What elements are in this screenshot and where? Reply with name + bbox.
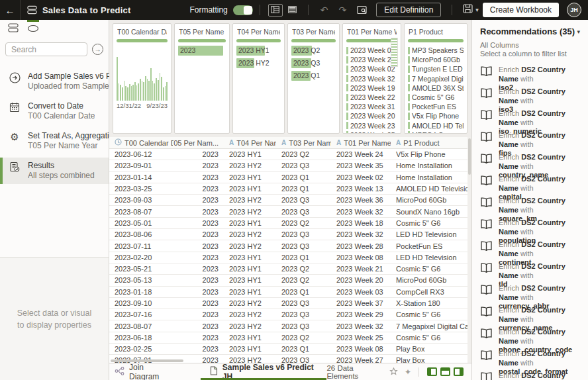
histogram-bar — [125, 86, 126, 101]
tab-data[interactable] — [4, 20, 23, 38]
recommendation-text: Enrich DS2 Country Name withiso2 — [499, 66, 580, 83]
table-row[interactable]: 2023-08-0620232023 HY22023 Q32023 Week 3… — [109, 229, 467, 240]
recommendation-item-4[interactable]: Enrich DS2 Country Name withfips — [480, 131, 580, 149]
edit-definition-button[interactable]: Edit Definition — [376, 3, 441, 17]
column-header-6[interactable]: AP1 Product — [391, 137, 467, 148]
tab-steps[interactable] — [24, 20, 42, 38]
table-cell: 2023 HY1 — [224, 218, 276, 228]
datetime-type-icon — [115, 138, 122, 147]
recommendation-line1: Enrich DS2 Country Name with — [499, 109, 580, 127]
recommendation-item-3[interactable]: Enrich DS2 Country Name withiso_numeric — [480, 109, 580, 127]
value-list-row: Cosmic 5" G6 — [408, 93, 464, 102]
table-row[interactable]: 2023-09-0320232023 HY22023 Q32023 Week 3… — [109, 195, 467, 206]
table-row[interactable]: 2023-02-2520232023 HY12023 Q12023 Week 0… — [109, 344, 467, 355]
toggle-right-panel-button[interactable] — [454, 367, 464, 376]
toggle-left-panel-button[interactable] — [427, 367, 437, 376]
save-menu-button[interactable]: ▾ — [463, 4, 479, 16]
card-scroll-indicator[interactable] — [391, 38, 398, 67]
sidebar-step-3[interactable]: ⚙Set Treat As, AggregationT05 Per Name Y… — [0, 128, 109, 154]
recommendation-item-8[interactable]: Enrich DS2 Country Name withpopulation — [480, 218, 580, 236]
undo-button[interactable]: ↶ — [320, 5, 328, 15]
column-card-3[interactable]: T04 Per Name ...2023 HY12023 HY2 — [232, 23, 285, 134]
table-cell: 7 Megapixel Digital Camera — [391, 320, 467, 331]
redo-button[interactable]: ↷ — [339, 5, 347, 15]
sidebar-tabs — [0, 20, 109, 38]
recommendation-item-10[interactable]: Enrich DS2 Country Name withtld — [480, 262, 580, 280]
column-card-5[interactable]: T01 Per Name Week2023 Week 012023 Week 2… — [342, 23, 401, 134]
sidebar-step-4[interactable]: ResultsAll steps combined — [0, 158, 109, 184]
table-row[interactable]: 2023-05-1320232023 HY12023 Q22023 Week 2… — [109, 275, 467, 286]
table-cell: 2023 Week 03 — [331, 287, 391, 297]
recommendation-item-1[interactable]: Enrich DS2 Country Name withiso2 — [480, 66, 580, 83]
table-cell: 2023-09-01 — [109, 160, 173, 171]
recommendation-item-6[interactable]: Enrich DS2 Country Name withcapital — [480, 175, 580, 193]
join-diagram-button[interactable]: Join Diagram — [115, 363, 172, 380]
table-cell: 2023-08-07 — [109, 320, 173, 331]
recommendation-item-2[interactable]: Enrich DS2 Country Name withiso3 — [480, 87, 580, 105]
recommendation-item-14[interactable]: Enrich DS2 Country Name withpostal_code_… — [480, 350, 580, 367]
recommendation-item-9[interactable]: Enrich DS2 Country Name withcontinent — [480, 240, 580, 258]
recommendation-item-15[interactable]: Enrich DS2 Country Name with — [480, 371, 580, 380]
recommendation-item-5[interactable]: Enrich DS2 Country Name withcountry_name — [480, 153, 580, 171]
recommendations-panel: Recommendations (35) ▾ All Columns Selec… — [471, 20, 588, 380]
table-cell: 2023 — [173, 344, 224, 354]
table-row[interactable]: 2023-02-2020232023 HY12023 Q12023 Week 0… — [109, 252, 467, 263]
value-list-row: V5x Flip Phone — [408, 111, 464, 120]
column-card-6[interactable]: P1 ProductMP3 Speakers SystemMicroPod 60… — [404, 23, 467, 134]
grid-view-button[interactable] — [268, 4, 283, 17]
table-row[interactable]: 2023-09-0120232023 HY22023 Q32023 Week 3… — [109, 160, 467, 171]
histogram-bar — [134, 82, 136, 101]
column-card-2[interactable]: T05 Per Name Y...2023 — [174, 23, 230, 134]
table-cell: 2023-01-14 — [109, 172, 173, 183]
horizontal-scrollbar[interactable] — [111, 359, 183, 362]
search-input[interactable] — [5, 42, 87, 56]
table-cell: 2023-09-03 — [109, 195, 173, 205]
column-card-4[interactable]: T03 Per Name Qtr2023 Q22023 Q32023 Q1 — [287, 23, 340, 134]
table-row[interactable]: 2023-05-0120232023 HY12023 Q22023 Week 1… — [109, 218, 467, 229]
recommendation-line1: Enrich DS2 Country Name with — [499, 262, 580, 280]
column-header-3[interactable]: AT04 Per Nam... — [224, 137, 276, 148]
table-row[interactable]: 2023-03-2520232023 HY12023 Q12023 Week 1… — [109, 183, 467, 195]
avatar[interactable]: JH — [567, 3, 581, 17]
create-workbook-button[interactable]: Create Workbook — [483, 3, 559, 17]
step-title: Set Treat As, Aggregation — [28, 131, 118, 141]
histogram-bar — [117, 57, 118, 101]
quality-badge-icon[interactable] — [389, 367, 398, 376]
table-row[interactable]: 2023-09-1020232023 HY22023 Q32023 Week 3… — [109, 298, 467, 309]
table-row[interactable]: 2023-01-1820232023 HY12023 Q12023 Week 0… — [109, 287, 467, 298]
toggle-top-panel-button[interactable] — [440, 367, 450, 376]
table-view-button[interactable] — [285, 4, 300, 17]
recommendation-item-11[interactable]: Enrich DS2 Country Name withcurrency_abb… — [480, 284, 580, 302]
table-row[interactable]: 2023-08-0720232023 HY22023 Q32023 Week 3… — [109, 320, 467, 332]
sidebar-step-1[interactable]: Add Sample Sales v6 Pre...Uploaded from … — [0, 68, 109, 95]
sidebar-step-2[interactable]: Convert to DateT00 Calendar Date — [0, 98, 109, 124]
column-header-2[interactable]: AT05 Per Nam... — [173, 137, 224, 148]
table-row[interactable]: 2023-06-1220232023 HY12023 Q22023 Week 2… — [109, 149, 467, 160]
table-row[interactable]: 2023-05-2120232023 HY12023 Q22023 Week 2… — [109, 263, 467, 275]
back-button[interactable]: ← — [0, 0, 20, 20]
tab-dataset-sheet[interactable]: Sample Sales v6 Predict JH — [201, 363, 327, 380]
table-cell: 2023 Q3 — [276, 195, 331, 205]
value-label: 2023 Week 23 — [350, 122, 395, 130]
table-row[interactable]: 2023-08-0720232023 HY22023 Q32023 Week 3… — [109, 206, 467, 217]
column-card-1[interactable]: T00 Calendar Date12/31/229/23/23 — [113, 23, 172, 134]
inspect-icon[interactable] — [357, 5, 367, 15]
table-row[interactable]: 2023-06-1820232023 HY12023 Q22023 Week 2… — [109, 332, 467, 344]
chevron-down-icon[interactable]: ▾ — [577, 28, 580, 35]
value-label: AMOLED 36X Standar — [412, 84, 464, 92]
table-row[interactable]: 2023-07-1120232023 HY22023 Q32023 Week 2… — [109, 240, 467, 252]
table-row[interactable]: 2023-01-1420232023 HY12023 Q12023 Week 0… — [109, 172, 467, 183]
add-step-button[interactable]: → — [92, 44, 103, 55]
recommendation-item-7[interactable]: Enrich DS2 Country Name withsquare_km — [480, 197, 580, 214]
book-icon — [480, 218, 493, 236]
table-row[interactable]: 2023-07-1620232023 HY22023 Q32023 Week 2… — [109, 309, 467, 320]
value-list-row: MP3 Speakers System — [408, 46, 464, 55]
column-header-5[interactable]: AT01 Per Name ... — [331, 137, 391, 148]
recommendation-item-13[interactable]: Enrich DS2 Country Name withphone_countr… — [480, 328, 580, 346]
formatting-toggle[interactable] — [233, 5, 253, 15]
column-header-1[interactable]: T00 Calendar Date — [109, 137, 173, 148]
sparkle-icon[interactable]: ✦ — [405, 367, 411, 377]
table-cell: 2023 Week 28 — [331, 240, 391, 251]
recommendation-item-12[interactable]: Enrich DS2 Country Name withcurrency_nam… — [480, 306, 580, 324]
column-header-4[interactable]: AT03 Per Nam... — [276, 137, 331, 148]
